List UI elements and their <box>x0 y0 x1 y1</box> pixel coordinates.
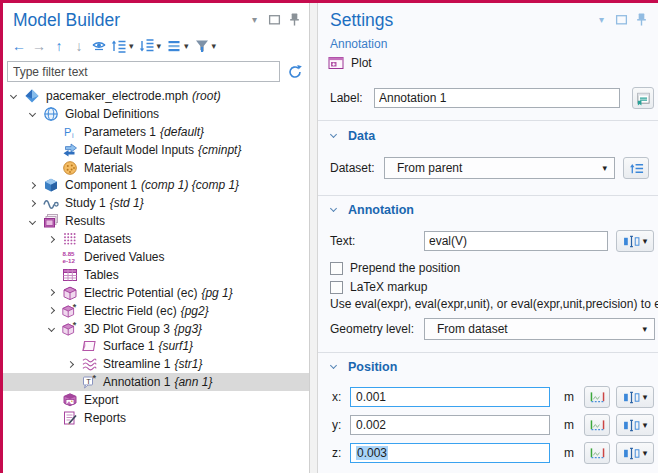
filter-input[interactable] <box>7 61 280 82</box>
section-separator <box>318 195 658 196</box>
chevron-down-icon[interactable]: ▾ <box>212 41 217 51</box>
tree-item-annotation-1[interactable]: T*Annotation 1{ann 1} <box>3 373 309 391</box>
svg-text:P: P <box>64 126 71 138</box>
edit-field-button[interactable]: ▾ <box>616 230 654 252</box>
tree-item-label: Parameters 1 <box>84 125 156 139</box>
rename-label-button[interactable] <box>632 87 654 109</box>
chevron-down-icon[interactable]: ▾ <box>184 41 189 51</box>
position-y-input[interactable] <box>350 415 550 435</box>
dataset-select[interactable]: From parent ▾ <box>384 157 615 179</box>
settings-panel: Settings ▾ Annotation Plot Label: Data D… <box>318 3 658 473</box>
expander-open-icon[interactable] <box>48 325 55 332</box>
position-z-input[interactable]: 0.003 <box>350 443 550 463</box>
expander-closed-icon[interactable] <box>29 182 36 189</box>
tree-item-parameters-1[interactable]: PiParameters 1{default} <box>3 123 309 141</box>
chevron-down-icon[interactable]: ▾ <box>157 41 162 51</box>
tree-item-label: Tables <box>84 268 119 282</box>
tree-item-tables[interactable]: Tables <box>3 266 309 284</box>
range-button[interactable] <box>584 386 610 408</box>
collapse-section-icon <box>330 362 337 369</box>
tree-item-streamline-1[interactable]: Streamline 1{str1} <box>3 355 309 373</box>
plot-group-icon <box>62 285 79 301</box>
panel-divider[interactable] <box>309 3 318 473</box>
latex-markup-checkbox[interactable] <box>330 281 343 294</box>
pin-icon[interactable] <box>288 13 301 26</box>
model-inputs-icon <box>62 142 79 158</box>
panel-menu-icon[interactable]: ▾ <box>595 13 608 26</box>
restore-icon[interactable] <box>615 13 628 26</box>
back-arrow-button[interactable]: ← <box>9 36 29 56</box>
materials-icon <box>62 160 79 176</box>
settings-breadcrumb-annotation[interactable]: Annotation <box>330 37 387 51</box>
geometry-level-caption: Geometry level: <box>330 322 424 336</box>
expander-closed-icon[interactable] <box>48 307 55 314</box>
plot-icon <box>328 55 345 71</box>
tree-item-surface-1[interactable]: Surface 1{surf1} <box>3 337 309 355</box>
tree-item-materials[interactable]: Materials <box>3 159 309 177</box>
label-input[interactable] <box>374 88 620 108</box>
tree-item-export[interactable]: Export <box>3 391 309 409</box>
position-section-header[interactable]: Position <box>330 360 397 374</box>
range-button[interactable] <box>584 442 610 464</box>
annotation-text-input[interactable] <box>424 231 608 251</box>
down-arrow-button[interactable]: ↓ <box>69 36 89 56</box>
tree-item-tag: (comp 1) {comp 1} <box>141 178 239 192</box>
tree-item-default-model-inputs[interactable]: Default Model Inputs{cminpt} <box>3 141 309 159</box>
up-arrow-button[interactable]: ↑ <box>49 36 69 56</box>
model-root-icon <box>24 88 41 104</box>
chevron-down-icon: ▾ <box>643 448 648 458</box>
tree-item-study-1[interactable]: Study 1{std 1} <box>3 194 309 212</box>
forward-arrow-button[interactable]: → <box>29 36 49 56</box>
range-button[interactable] <box>584 414 610 436</box>
collapse-down-list-button[interactable] <box>137 36 157 56</box>
annotation-section-header[interactable]: Annotation <box>330 203 414 217</box>
tree-item-pacemaker-electrode-mph[interactable]: pacemaker_electrode.mph(root) <box>3 87 309 105</box>
show-eye-button[interactable] <box>89 36 109 56</box>
tree-item-label: Electric Field (ec) <box>84 304 177 318</box>
tree-item-global-definitions[interactable]: Global Definitions <box>3 105 309 123</box>
go-to-source-button[interactable] <box>623 157 649 179</box>
tree-item-reports[interactable]: Reports <box>3 409 309 427</box>
annotation-icon: T* <box>81 374 98 390</box>
tree-item-derived-values[interactable]: 8.85e-12Derived Values <box>3 248 309 266</box>
model-builder-panel: Model Builder ▾ ←→↑↓▾▾▾▾ pacemaker_elect… <box>3 3 309 473</box>
tree-item-electric-field-ec[interactable]: *Electric Field (ec){pg2} <box>3 302 309 320</box>
plot-button[interactable]: Plot <box>328 55 372 71</box>
expander-closed-icon[interactable] <box>29 200 36 207</box>
settings-header: Settings ▾ <box>318 3 658 31</box>
pin-icon[interactable] <box>635 13 648 26</box>
tree-item-electric-potential-ec[interactable]: Electric Potential (ec){pg 1} <box>3 284 309 302</box>
derived-values-icon: 8.85e-12 <box>62 249 79 265</box>
restore-icon[interactable] <box>268 13 281 26</box>
expand-up-list-button[interactable] <box>109 36 129 56</box>
expander-open-icon[interactable] <box>29 218 36 225</box>
datasets-icon <box>62 231 79 247</box>
tree-item-label: Reports <box>84 411 126 425</box>
edit-field-button[interactable]: ▾ <box>616 414 654 436</box>
geometry-level-select[interactable]: From dataset ▾ <box>424 318 655 340</box>
expander-closed-icon[interactable] <box>48 236 55 243</box>
edit-field-button[interactable]: ▾ <box>616 386 654 408</box>
chevron-down-icon[interactable]: ▾ <box>129 41 134 51</box>
plot-group-new-icon: * <box>62 321 79 337</box>
refresh-icon[interactable] <box>287 64 304 80</box>
results-icon <box>43 213 60 229</box>
position-x-input[interactable] <box>350 387 550 407</box>
tree-item-tag: {cminpt} <box>198 143 241 157</box>
expander-closed-icon[interactable] <box>67 361 74 368</box>
model-list-button[interactable] <box>164 36 184 56</box>
tree-item-datasets[interactable]: Datasets <box>3 230 309 248</box>
expander-open-icon[interactable] <box>29 110 36 117</box>
globe-icon <box>43 106 60 122</box>
tree-item-tag: {pg3} <box>174 322 202 336</box>
tree-item-3d-plot-group-3[interactable]: *3D Plot Group 3{pg3} <box>3 320 309 338</box>
filter-funnel-button[interactable] <box>192 36 212 56</box>
expander-open-icon[interactable] <box>10 92 17 99</box>
expander-closed-icon[interactable] <box>48 289 55 296</box>
data-section-header[interactable]: Data <box>330 129 375 143</box>
edit-field-button[interactable]: ▾ <box>616 442 654 464</box>
tree-item-component-1[interactable]: Component 1(comp 1) {comp 1} <box>3 176 309 194</box>
prepend-position-checkbox[interactable] <box>330 262 343 275</box>
tree-item-results[interactable]: Results <box>3 212 309 230</box>
panel-menu-icon[interactable]: ▾ <box>248 13 261 26</box>
